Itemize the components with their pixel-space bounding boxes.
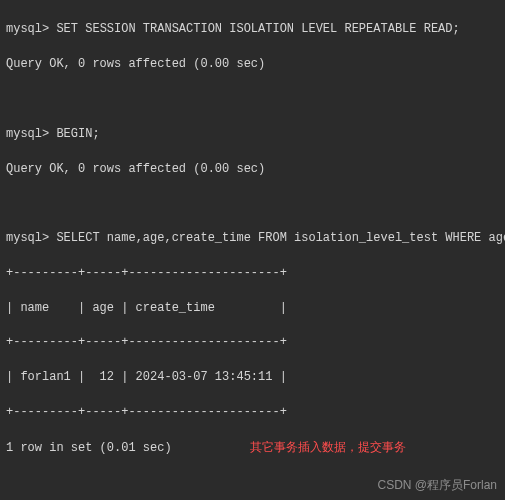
table-border: +---------+-----+---------------------+ bbox=[6, 404, 499, 421]
table-header: | name | age | create_time | bbox=[6, 300, 499, 317]
mysql-prompt: mysql> bbox=[6, 127, 56, 141]
sql-begin: BEGIN; bbox=[56, 127, 99, 141]
query-ok: Query OK, 0 rows affected (0.00 sec) bbox=[6, 56, 499, 73]
sql-select-1: SELECT name,age,create_time FROM isolati… bbox=[56, 231, 505, 245]
table-row: | forlan1 | 12 | 2024-03-07 13:45:11 | bbox=[6, 369, 499, 386]
terminal-output: mysql> SET SESSION TRANSACTION ISOLATION… bbox=[0, 0, 505, 500]
csdn-watermark: CSDN @程序员Forlan bbox=[377, 477, 497, 494]
mysql-prompt: mysql> bbox=[6, 22, 56, 36]
annotation-other-tx: 其它事务插入数据，提交事务 bbox=[250, 439, 406, 456]
sql-set-session: SET SESSION TRANSACTION ISOLATION LEVEL … bbox=[56, 22, 459, 36]
rows-in-set: 1 row in set (0.01 sec) bbox=[6, 440, 172, 457]
table-border: +---------+-----+---------------------+ bbox=[6, 334, 499, 351]
table-border: +---------+-----+---------------------+ bbox=[6, 265, 499, 282]
mysql-prompt: mysql> bbox=[6, 231, 56, 245]
query-ok: Query OK, 0 rows affected (0.00 sec) bbox=[6, 161, 499, 178]
